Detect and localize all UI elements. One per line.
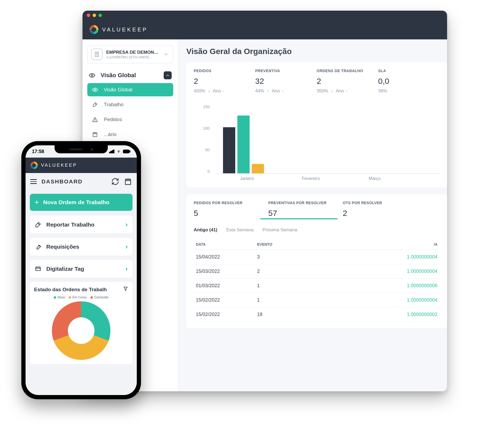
- filter-icon[interactable]: [123, 286, 128, 293]
- wifi-icon: [116, 150, 121, 153]
- arrow-down-icon: ↓: [331, 88, 333, 94]
- table-row[interactable]: 15/02/2022 1 1.0000000004: [194, 293, 440, 307]
- sidebar-item-pedidos[interactable]: Pedidos: [87, 113, 173, 126]
- nav-label: ...ário: [104, 131, 117, 137]
- chevron-down-icon: [163, 51, 169, 57]
- phone-frame: 17:58 VALUEKEEP DASHBOARD + Nova Ordem d…: [21, 141, 141, 399]
- cell-evento: 2: [257, 269, 384, 274]
- close-dot[interactable]: [87, 14, 90, 17]
- bar: [252, 164, 264, 173]
- svg-point-2: [94, 89, 96, 91]
- svg-rect-3: [93, 133, 97, 137]
- primary-label: Nova Ordem de Trabalho: [43, 199, 109, 205]
- action-requisitions[interactable]: Requisições ›: [30, 238, 133, 256]
- kpi-value: 0,0: [378, 77, 440, 86]
- menu-icon[interactable]: [30, 179, 37, 184]
- kpi-value: 32: [255, 77, 317, 86]
- hammer-icon: [92, 102, 98, 108]
- nav-label: Trabalho: [104, 102, 123, 108]
- building-icon: [91, 49, 102, 60]
- kpi-cell: PEDIDOS 2 450% ↓ Ano: [194, 69, 255, 94]
- eye-icon: [92, 87, 98, 93]
- cell-evento: 18: [257, 312, 384, 317]
- main-content: Visão Geral da Organização PEDIDOS 2 450…: [178, 39, 447, 391]
- table-row[interactable]: 15/04/2022 3 1.0000000004: [194, 250, 440, 264]
- svg-rect-4: [109, 152, 110, 153]
- legend-item: Concluído: [90, 295, 109, 299]
- legend-dot: [54, 296, 56, 299]
- legend-item: Novo: [54, 295, 65, 299]
- nav-label: Visão Global: [104, 87, 132, 93]
- table-header: DATA EVENTO /A: [194, 239, 440, 250]
- period-selector[interactable]: Ano: [336, 88, 348, 94]
- resolve-label: PEDIDOS POR RESOLVER: [194, 201, 252, 205]
- refresh-icon[interactable]: [111, 178, 119, 186]
- action-scan-tag[interactable]: Digitalizar Tag ›: [30, 260, 133, 278]
- table-row[interactable]: 15/03/2022 2 1.0000000004: [194, 264, 440, 279]
- legend-item: Em Curso: [69, 295, 86, 299]
- ytick: 50: [199, 147, 210, 152]
- logo-icon: [30, 162, 38, 169]
- clock: 17:58: [32, 149, 44, 154]
- new-work-order-button[interactable]: + Nova Ordem de Trabalho: [30, 194, 133, 211]
- collapse-button[interactable]: [164, 71, 172, 79]
- svg-rect-10: [129, 151, 130, 152]
- col-evento: EVENTO: [257, 242, 384, 246]
- col-va: /A: [384, 242, 437, 246]
- kpi-change: 350% ↓ Ano: [317, 88, 378, 94]
- resolve-value: 57: [268, 209, 327, 218]
- cell-evento: 3: [257, 254, 384, 260]
- table-row[interactable]: 01/03/2022 1 1.0000000006: [194, 279, 440, 293]
- tab-1[interactable]: Esta Semana: [226, 227, 254, 236]
- cell-data: 01/03/2022: [196, 283, 257, 289]
- sidebar-item-trabalho[interactable]: Trabalho: [87, 98, 173, 111]
- mobile-brand-bar: VALUEKEEP: [26, 158, 137, 173]
- kpi-value: 2: [317, 77, 378, 86]
- company-selector[interactable]: EMPRESA DE DEMONST... ↳123456789 | [STG-…: [87, 45, 173, 63]
- company-name: EMPRESA DE DEMONST...: [106, 50, 159, 55]
- sidebar-item-4[interactable]: ...ário: [87, 128, 173, 141]
- ytick: 0: [199, 169, 210, 174]
- table-row[interactable]: 15/02/2022 18 1.0000000002: [194, 307, 440, 322]
- resolve-value: 2: [343, 209, 401, 218]
- resolve-cell: OTS POR RESOLVER 2: [343, 201, 401, 218]
- brand-bar: VALUEKEEP: [82, 20, 447, 39]
- chevron-right-icon: ›: [125, 265, 128, 273]
- legend-dot: [69, 296, 71, 299]
- kpi-change: 38%: [378, 88, 440, 94]
- warning-icon: [92, 117, 98, 122]
- phone-notch: [55, 145, 108, 153]
- kpi-label: SLA: [378, 69, 440, 73]
- action-report-work[interactable]: Reportar Trabalho ›: [30, 216, 133, 233]
- kpi-value: 2: [194, 77, 255, 86]
- row-label: Reportar Trabalho: [46, 221, 94, 228]
- nav-header-label: Visão Global: [101, 72, 136, 79]
- status-chart-card: Estado das Ordens de Trabalh NovoEm Curs…: [30, 282, 133, 364]
- period-selector[interactable]: Ano: [272, 88, 284, 94]
- calendar-icon[interactable]: [124, 178, 132, 186]
- col-data: DATA: [196, 242, 257, 246]
- cell-val: 1.0000000004: [384, 269, 437, 274]
- period-selector[interactable]: Ano: [213, 88, 225, 94]
- sidebar-item-visao-global[interactable]: Visão Global: [87, 83, 173, 96]
- cell-data: 15/02/2022: [196, 312, 257, 317]
- bar-chart: 150100500 JaneiroFevereiroMarço: [194, 104, 440, 181]
- resolve-label: PREVENTIVAS POR RESOLVER: [268, 201, 327, 205]
- svg-rect-6: [112, 150, 113, 153]
- tab-0[interactable]: Antigo (41): [194, 227, 217, 236]
- svg-rect-7: [113, 150, 114, 153]
- resolve-label: OTS POR RESOLVER: [343, 201, 401, 205]
- legend-dot: [90, 296, 93, 299]
- tab-2[interactable]: Próxima Semana: [263, 227, 297, 236]
- brand-name: VALUEKEEP: [102, 27, 148, 33]
- maximize-dot[interactable]: [98, 14, 102, 17]
- minimize-dot[interactable]: [93, 14, 96, 17]
- logo-icon: [89, 25, 98, 34]
- page-title: Visão Geral da Organização: [186, 47, 447, 56]
- brand-name: VALUEKEEP: [41, 163, 77, 168]
- cell-val: 1.0000000004: [384, 254, 437, 260]
- kpi-cell: PREVENTIVA 32 44% ↑ Ano: [255, 69, 317, 94]
- calendar-icon: [92, 131, 98, 137]
- signal-icon: [109, 150, 114, 153]
- row-icon: [35, 265, 42, 272]
